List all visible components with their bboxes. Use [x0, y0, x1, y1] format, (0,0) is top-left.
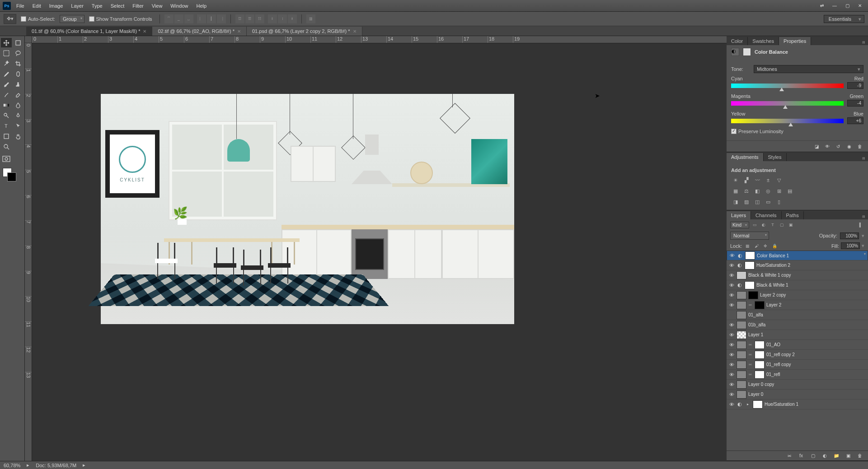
lock-position-icon[interactable]: ✥	[762, 243, 769, 249]
auto-align-icon[interactable]: ▥	[306, 14, 315, 23]
ruler-vertical[interactable]: 012345678910111213	[25, 43, 32, 461]
zoom-tool-icon[interactable]	[1, 142, 12, 151]
layer-row[interactable]: 👁 ◐▸ Hue/Saturation 1	[727, 399, 868, 409]
menu-layer[interactable]: Layer	[67, 1, 87, 10]
preserve-luminosity-checkbox[interactable]: Preserve Luminosity	[731, 129, 863, 134]
curves-icon[interactable]: 〰	[753, 176, 762, 185]
visibility-icon[interactable]: 👁	[728, 302, 735, 308]
auto-select-checkbox[interactable]: Auto-Select:	[21, 16, 55, 22]
visibility-icon[interactable]: 👁	[728, 282, 735, 288]
color-slider-2[interactable]: YellowBlue +6	[731, 111, 863, 124]
layer-name[interactable]: Black & White 1 copy	[748, 273, 866, 278]
layer-row[interactable]: 👁 ◐ Black & White 1	[727, 280, 868, 290]
hand-tool-icon[interactable]	[13, 131, 23, 141]
auto-select-target-select[interactable]: Group	[60, 15, 84, 23]
background-color[interactable]	[7, 172, 16, 181]
layer-name[interactable]: Hue/Saturation 1	[765, 402, 866, 407]
filter-type-icon[interactable]: T	[769, 221, 776, 228]
visibility-icon[interactable]: 👁	[728, 322, 735, 328]
bw-icon[interactable]: ◧	[753, 186, 762, 195]
lock-image-icon[interactable]: 🖌	[753, 243, 760, 249]
layer-row[interactable]: 👁 Layer 2 copy	[727, 290, 868, 300]
artboard-tool-icon[interactable]	[13, 38, 23, 47]
maximize-button[interactable]: ▢	[842, 2, 853, 10]
filter-shape-icon[interactable]: ▢	[778, 221, 785, 228]
document-canvas[interactable]: CYKLIST 🌿	[101, 94, 514, 324]
exposure-icon[interactable]: ±	[764, 176, 773, 185]
mask-thumb[interactable]	[748, 291, 758, 299]
blend-mode-select[interactable]: Normal	[730, 232, 769, 240]
reset-icon[interactable]: ↺	[834, 143, 843, 150]
vibrance-icon[interactable]: ▽	[774, 176, 784, 185]
lock-all-icon[interactable]: 🔒	[771, 243, 778, 249]
layer-thumb[interactable]	[737, 321, 746, 329]
layer-thumb[interactable]	[737, 271, 746, 279]
tab-styles[interactable]: Styles	[764, 153, 787, 161]
layer-thumb[interactable]	[737, 371, 746, 379]
path-select-icon[interactable]	[13, 121, 23, 130]
fill-input[interactable]: 100%	[841, 242, 860, 249]
tab-channels[interactable]: Channels	[751, 211, 781, 219]
gradient-tool-icon[interactable]	[1, 100, 12, 110]
eraser-tool-icon[interactable]	[13, 90, 23, 99]
distribute-left-icon[interactable]: ⫴	[268, 14, 277, 23]
stamp-tool-icon[interactable]	[13, 79, 23, 89]
menu-select[interactable]: Select	[107, 1, 128, 10]
toggle-visibility-icon[interactable]: ◉	[845, 143, 854, 150]
align-vcenter-icon[interactable]: ⎯	[174, 14, 183, 23]
panel-menu-icon[interactable]: ▤	[859, 156, 868, 161]
doc-size[interactable]: Doc: 5,93M/68,7M	[36, 463, 76, 468]
layer-row[interactable]: 👁 ◐ Color Balance 1	[727, 251, 868, 260]
lock-transparency-icon[interactable]: ▦	[744, 243, 751, 249]
photofilter-icon[interactable]: ◎	[764, 186, 773, 195]
layer-name[interactable]: Layer 2 copy	[760, 293, 866, 297]
clip-to-layer-icon[interactable]: ◪	[812, 143, 821, 150]
threshold-icon[interactable]: ◫	[753, 197, 762, 206]
layer-row[interactable]: 👁 ⫘ 01_refl	[727, 370, 868, 380]
view-previous-icon[interactable]: 👁	[823, 143, 832, 150]
new-layer-icon[interactable]: ▣	[844, 452, 853, 460]
menu-type[interactable]: Type	[88, 1, 106, 10]
layer-row[interactable]: 👁 Layer 0	[727, 390, 868, 399]
distribute-bottom-icon[interactable]: ☷	[255, 14, 264, 23]
filter-toggle-icon[interactable]: ▌	[857, 221, 864, 228]
menu-help[interactable]: Help	[192, 1, 210, 10]
layer-name[interactable]: Layer 1	[748, 332, 866, 337]
eyedropper-tool-icon[interactable]	[1, 69, 12, 79]
tab-properties[interactable]: Properties	[779, 37, 811, 45]
layer-thumb[interactable]	[737, 361, 746, 369]
align-top-icon[interactable]: ⎴	[164, 14, 174, 23]
layer-thumb[interactable]	[737, 291, 746, 299]
layer-name[interactable]: Hue/Saturation 2	[756, 263, 866, 268]
layer-name[interactable]: Layer 0	[748, 392, 866, 397]
selective-color-icon[interactable]: ▯	[774, 197, 784, 206]
layer-row[interactable]: 👁 01b_alfa	[727, 320, 868, 330]
expand-icon[interactable]: ▸	[745, 401, 751, 408]
tab-swatches[interactable]: Swatches	[748, 37, 779, 45]
lasso-tool-icon[interactable]	[13, 48, 23, 58]
layer-thumb[interactable]	[737, 331, 746, 339]
tab-close-icon[interactable]: ✕	[143, 29, 146, 34]
layer-name[interactable]: 01_AO	[766, 342, 866, 347]
ruler-horizontal[interactable]: 012345678910111213141516171819	[32, 36, 727, 43]
tab-close-icon[interactable]: ✕	[353, 29, 357, 34]
visibility-icon[interactable]: 👁	[728, 371, 735, 378]
mask-thumb[interactable]	[755, 341, 765, 349]
hue-icon[interactable]: ▦	[731, 186, 740, 195]
layer-thumb[interactable]	[737, 311, 746, 319]
quick-mask-icon[interactable]	[1, 154, 12, 163]
distribute-vcenter-icon[interactable]: ☰	[245, 14, 254, 23]
color-slider-1[interactable]: MagentaGreen -4	[731, 93, 863, 107]
new-group-icon[interactable]: 📁	[832, 452, 841, 460]
tab-adjustments[interactable]: Adjustments	[727, 153, 764, 161]
visibility-icon[interactable]: 👁	[728, 262, 735, 269]
visibility-icon[interactable]: 👁	[728, 352, 735, 358]
tab-color[interactable]: Color	[727, 37, 748, 45]
layer-name[interactable]: 01b_alfa	[748, 322, 866, 327]
visibility-icon[interactable]: 👁	[728, 401, 735, 408]
menu-view[interactable]: View	[148, 1, 166, 10]
menu-window[interactable]: Window	[167, 1, 192, 10]
workspace-select[interactable]: Essentials	[824, 15, 864, 23]
link-icon[interactable]: ⫘	[748, 372, 753, 376]
brush-tool-icon[interactable]	[1, 79, 12, 89]
